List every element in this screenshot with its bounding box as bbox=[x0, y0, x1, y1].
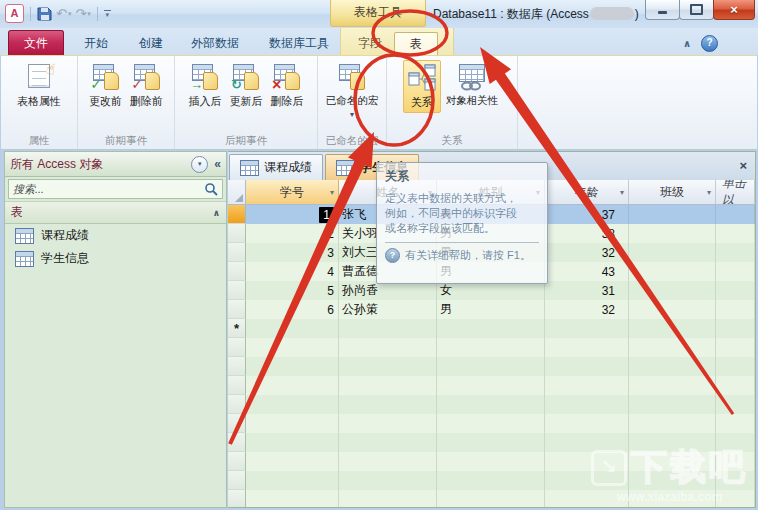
cell-class[interactable] bbox=[629, 281, 716, 300]
record-selector[interactable] bbox=[228, 281, 246, 300]
active-cell-value[interactable]: 1 bbox=[319, 207, 334, 223]
relationships-button[interactable]: 关系 bbox=[403, 60, 441, 113]
before-change-icon: ✓ bbox=[91, 63, 121, 91]
close-button[interactable]: × bbox=[713, 0, 755, 20]
object-dependencies-button[interactable]: 对象相关性 bbox=[443, 60, 502, 110]
cell-empty[interactable] bbox=[246, 319, 339, 338]
cell-empty[interactable] bbox=[629, 319, 716, 338]
tab-external-data[interactable]: 外部数据 bbox=[182, 33, 248, 55]
cell-empty[interactable] bbox=[545, 319, 629, 338]
cell-empty[interactable] bbox=[716, 205, 755, 224]
column-header-age[interactable]: 年龄▾ bbox=[545, 180, 629, 205]
close-document-icon[interactable]: × bbox=[739, 158, 747, 173]
column-header-class[interactable]: 班级▾ bbox=[629, 180, 716, 205]
cell-student-id[interactable]: 3 bbox=[246, 243, 339, 262]
doc-tab-course-grades[interactable]: 课程成绩 bbox=[229, 154, 323, 180]
cell-class[interactable] bbox=[629, 262, 716, 281]
cell-student-id[interactable]: 5 bbox=[246, 281, 339, 300]
nav-menu-icon[interactable]: ▾ bbox=[191, 156, 208, 173]
record-selector[interactable] bbox=[228, 205, 246, 224]
cell-empty[interactable] bbox=[716, 262, 755, 281]
cell-empty[interactable] bbox=[716, 281, 755, 300]
customize-qat-button[interactable]: ▾ bbox=[104, 10, 111, 17]
cell-empty[interactable] bbox=[437, 319, 545, 338]
group-label-properties: 属性 bbox=[1, 133, 77, 149]
filter-dropdown-icon[interactable]: ▾ bbox=[330, 188, 334, 197]
minimize-ribbon-icon[interactable]: ∧ bbox=[683, 38, 691, 49]
cell-gender[interactable]: 男 bbox=[437, 300, 545, 319]
nav-item-course-grades[interactable]: 课程成绩 bbox=[5, 224, 226, 247]
quick-access-toolbar: A ↶▾ ↷▾ ▾ bbox=[5, 4, 111, 23]
cell-age[interactable]: 31 bbox=[545, 281, 629, 300]
table-row[interactable]: 6 公孙策 男 32 bbox=[228, 300, 755, 319]
cell-class[interactable] bbox=[629, 243, 716, 262]
maximize-button[interactable] bbox=[679, 0, 714, 20]
cell-empty[interactable] bbox=[339, 319, 437, 338]
tab-database-tools[interactable]: 数据库工具 bbox=[256, 33, 342, 55]
cell-student-id[interactable]: 4 bbox=[246, 262, 339, 281]
nav-item-student-info[interactable]: 学生信息 bbox=[5, 247, 226, 270]
record-selector[interactable] bbox=[228, 224, 246, 243]
close-icon: × bbox=[730, 3, 738, 17]
cell-age[interactable]: 38 bbox=[545, 224, 629, 243]
search-icon[interactable] bbox=[204, 182, 218, 196]
cell-student-id[interactable]: 2 bbox=[246, 224, 339, 243]
tab-table[interactable]: 表 bbox=[394, 32, 438, 56]
save-icon[interactable] bbox=[37, 6, 52, 21]
cell-empty[interactable] bbox=[716, 300, 755, 319]
cell-class[interactable] bbox=[629, 224, 716, 243]
filter-dropdown-icon[interactable]: ▾ bbox=[620, 188, 624, 197]
cell-student-id[interactable]: 1 bbox=[246, 205, 339, 224]
empty-row bbox=[228, 490, 755, 507]
cell-empty[interactable] bbox=[716, 224, 755, 243]
minimize-button[interactable] bbox=[645, 0, 680, 20]
record-selector[interactable] bbox=[228, 300, 246, 319]
new-record-selector[interactable]: * bbox=[228, 319, 246, 338]
cell-class[interactable] bbox=[629, 205, 716, 224]
empty-row bbox=[228, 433, 755, 452]
search-input[interactable]: 搜索... bbox=[8, 179, 223, 199]
cell-name[interactable]: 公孙策 bbox=[339, 300, 437, 319]
undo-button[interactable]: ↶▾ bbox=[56, 6, 71, 21]
cell-student-id[interactable]: 6 bbox=[246, 300, 339, 319]
nav-pane-header[interactable]: 所有 Access 对象 ▾ « bbox=[5, 152, 226, 177]
nav-section-tables[interactable]: 表 ∧ bbox=[5, 201, 226, 224]
cell-age[interactable]: 37 bbox=[545, 205, 629, 224]
tab-fields[interactable]: 字段 bbox=[348, 32, 392, 55]
column-header-click-to-add[interactable]: 单击以 bbox=[716, 180, 755, 205]
named-macros-button[interactable]: 已命名的宏 ▾ bbox=[323, 60, 382, 121]
shutter-bar-collapse-icon[interactable]: « bbox=[214, 157, 221, 171]
tooltip-text: 定义表中数据的关联方式， bbox=[385, 191, 539, 206]
table-properties-button[interactable]: ☝ 表格属性 bbox=[14, 60, 64, 111]
tab-file[interactable]: 文件 bbox=[8, 30, 64, 56]
cell-age[interactable]: 32 bbox=[545, 300, 629, 319]
cell-class[interactable] bbox=[629, 300, 716, 319]
record-selector[interactable] bbox=[228, 243, 246, 262]
record-selector[interactable] bbox=[228, 262, 246, 281]
cell-age[interactable]: 43 bbox=[545, 262, 629, 281]
nav-search-row: 搜索... bbox=[5, 177, 226, 201]
access-app-icon[interactable]: A bbox=[5, 4, 24, 23]
filter-dropdown-icon[interactable]: ▾ bbox=[707, 188, 711, 197]
after-update-button[interactable]: ↻ 更新后 bbox=[227, 60, 266, 111]
after-delete-button[interactable]: × 删除后 bbox=[268, 60, 307, 111]
before-delete-button[interactable]: ✓ 删除前 bbox=[127, 60, 166, 111]
column-header-student-id[interactable]: 学号▾ bbox=[246, 180, 339, 205]
window-controls: × bbox=[646, 0, 755, 20]
after-insert-button[interactable]: → 插入后 bbox=[186, 60, 225, 111]
before-delete-icon: ✓ bbox=[132, 63, 162, 91]
select-all-corner[interactable] bbox=[228, 180, 246, 205]
redo-button[interactable]: ↷▾ bbox=[75, 6, 90, 21]
group-label-named-macros: 已命名的宏 bbox=[318, 133, 386, 149]
before-change-button[interactable]: ✓ 更改前 bbox=[86, 60, 125, 111]
section-collapse-icon[interactable]: ∧ bbox=[213, 208, 220, 218]
tab-create[interactable]: 创建 bbox=[128, 33, 174, 55]
censored-blob bbox=[590, 7, 634, 20]
help-icon[interactable]: ? bbox=[701, 35, 718, 52]
divider bbox=[30, 7, 31, 21]
new-record-row[interactable]: * bbox=[228, 319, 755, 338]
tab-home[interactable]: 开始 bbox=[72, 33, 120, 55]
cell-empty[interactable] bbox=[716, 319, 755, 338]
cell-age[interactable]: 32 bbox=[545, 243, 629, 262]
cell-empty[interactable] bbox=[716, 243, 755, 262]
